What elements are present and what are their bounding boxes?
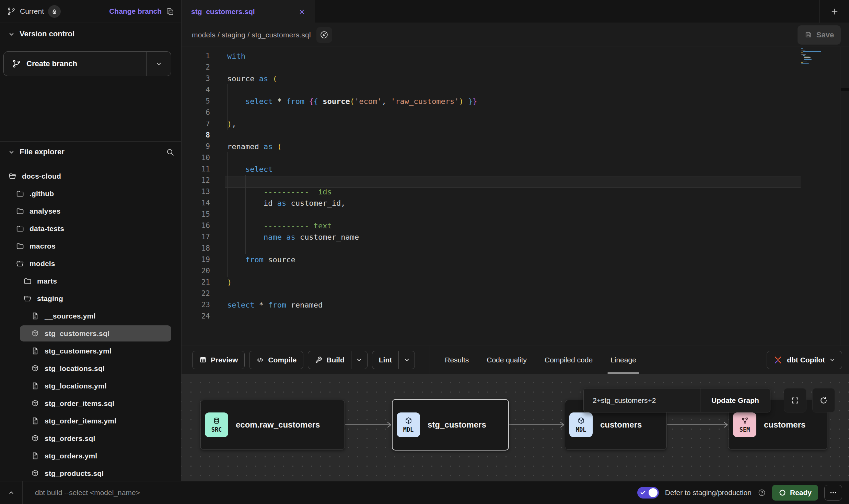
copilot-label: dbt Copilot [787,356,825,364]
code-line[interactable] [227,152,808,164]
lineage-node-stg-customers[interactable]: MDL stg_customers [392,399,509,451]
code-line[interactable]: with [227,50,808,62]
code-line[interactable]: ) [227,277,808,288]
change-branch-link[interactable]: Change branch [109,7,162,15]
minimap-line [803,55,805,56]
panel-tab-lineage[interactable]: Lineage [605,346,641,374]
tree-item-stg-locations-yml[interactable]: stg_locations.yml [0,377,181,395]
dbt-copilot-button[interactable]: dbt Copilot [767,351,842,369]
tree-item-stg-customers-sql[interactable]: stg_customers.sql [0,325,181,342]
version-control-header[interactable]: Version control [8,29,173,38]
panel-tab-results[interactable]: Results [440,346,474,374]
folder-open-icon [8,172,17,180]
panel-tab-compiled-code[interactable]: Compiled code [539,346,598,374]
code-line[interactable]: ---------- text [227,220,808,231]
file-tree: docs-cloud.githubanalysesdata-testsmacro… [0,167,181,482]
close-icon[interactable] [299,9,305,15]
file-explorer-title: File explorer [20,147,65,156]
code-editor[interactable]: 123456789101112131415161718192021222324 … [182,47,849,346]
tree-item--github[interactable]: .github [0,185,181,202]
tree-item-label: data-tests [30,225,64,233]
cube-icon [577,417,585,425]
panel-tab-code-quality[interactable]: Code quality [481,346,532,374]
code-line[interactable]: renamed as ( [227,141,808,152]
tree-item-stg-locations-sql[interactable]: stg_locations.sql [0,360,181,377]
create-branch-dropdown[interactable] [147,52,171,76]
tree-item-stg-customers-yml[interactable]: stg_customers.yml [0,342,181,360]
help-icon[interactable] [758,489,766,497]
code-line[interactable] [227,209,808,220]
navigate-icon[interactable] [316,27,332,43]
tree-item-stg-order-items-sql[interactable]: stg_order_items.sql [0,395,181,412]
copy-branch-icon[interactable] [166,7,174,16]
command-input[interactable]: dbt build --select <model_name> [35,489,140,497]
code-line[interactable]: name as customer_name [227,231,808,243]
lineage-node-source[interactable]: SRC ecom.raw_customers [200,400,345,450]
node-label: stg_customers [428,420,486,430]
code-line[interactable]: source as ( [227,73,808,84]
refresh-button[interactable] [812,388,835,412]
build-dropdown[interactable] [351,351,367,369]
save-button[interactable]: Save [798,25,841,45]
tree-item-analyses[interactable]: analyses [0,202,181,220]
tree-item-data-tests[interactable]: data-tests [0,220,181,237]
tree-item--sources-yml[interactable]: __sources.yml [0,307,181,325]
cube-icon [31,329,39,338]
new-tab-button[interactable] [819,0,849,23]
compile-label: Compile [268,356,296,364]
collapse-panel-button[interactable] [0,489,22,496]
badge-label: SEM [740,426,750,433]
create-branch-button[interactable]: Create branch [3,51,171,76]
code-line[interactable] [227,243,808,254]
tree-item-macros[interactable]: macros [0,237,181,255]
code-line[interactable] [227,130,808,141]
code-line[interactable]: select [227,164,808,175]
lint-dropdown[interactable] [398,351,415,369]
git-branch-icon [7,7,16,16]
tree-item-marts[interactable]: marts [0,272,181,290]
search-icon[interactable] [166,148,174,156]
code-line[interactable]: id as customer_id, [227,197,808,209]
defer-toggle[interactable] [637,487,659,499]
lint-button[interactable]: Lint [372,351,415,369]
compile-button[interactable]: Compile [249,351,303,369]
code-line[interactable]: ), [227,118,808,130]
code-line[interactable] [227,288,808,299]
preview-button[interactable]: Preview [192,351,245,369]
code-line[interactable] [227,175,808,186]
line-number: 13 [182,186,210,197]
minimap[interactable] [801,48,821,65]
code-line[interactable] [227,311,808,322]
line-number: 15 [182,209,210,220]
lineage-selector-input[interactable]: 2+stg_customers+2 [584,388,700,412]
tab-stg-customers-sql[interactable]: stg_customers.sql [182,0,315,23]
code-line[interactable] [227,62,808,73]
badge-label: MDL [403,426,414,433]
breadcrumb: models / staging / stg_customers.sql [192,31,311,39]
code-line[interactable]: from source [227,254,808,265]
code-line[interactable] [227,107,808,118]
more-options-button[interactable] [824,485,842,501]
ready-status-button[interactable]: Ready [772,485,818,501]
panel-tab-label: Results [445,356,469,364]
tree-item-staging[interactable]: staging [0,290,181,307]
tree-item-models[interactable]: models [0,255,181,272]
tree-item-stg-orders-yml[interactable]: stg_orders.yml [0,447,181,465]
tree-item-stg-products-sql[interactable]: stg_products.sql [0,465,181,482]
file-explorer-header[interactable]: File explorer [8,147,174,156]
code-line[interactable] [227,265,808,277]
tree-item-docs-cloud[interactable]: docs-cloud [0,167,181,185]
fullscreen-button[interactable] [784,388,806,412]
tree-item-stg-order-items-yml[interactable]: stg_order_items.yml [0,412,181,430]
scrollbar-thumb[interactable] [841,88,849,91]
folder-icon [16,189,24,198]
tree-item-label: __sources.yml [45,312,96,320]
code-line[interactable]: ---------- ids [227,186,808,197]
tree-item-stg-orders-sql[interactable]: stg_orders.sql [0,430,181,447]
code-line[interactable]: select * from {{ source('ecom', 'raw_cus… [227,96,808,107]
lineage-graph[interactable]: SRC ecom.raw_customers MDL stg_customers… [182,374,849,481]
update-graph-button[interactable]: Update Graph [700,388,770,412]
code-line[interactable]: select * from renamed [227,299,808,311]
build-button[interactable]: Build [308,351,368,369]
code-line[interactable] [227,84,808,96]
